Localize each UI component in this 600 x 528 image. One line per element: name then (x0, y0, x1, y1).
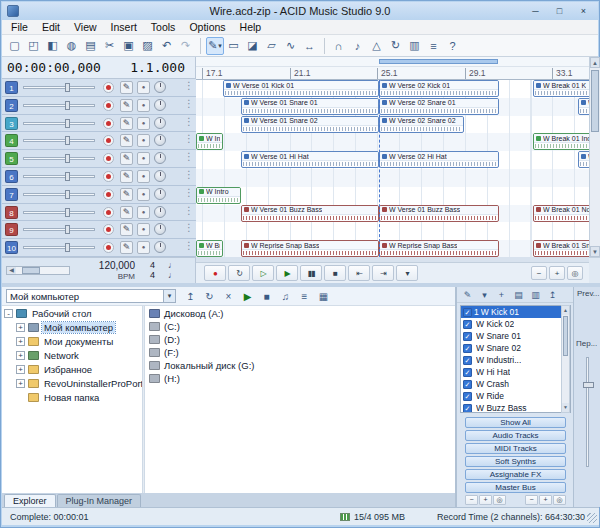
track-fx-button[interactable]: ✎ (120, 170, 133, 183)
timeline-vscrollbar[interactable]: ▲ ▼ (589, 57, 600, 257)
pan-knob[interactable] (154, 152, 166, 164)
menu-item[interactable]: Options (182, 21, 232, 33)
tree-item[interactable]: + RevoUninstallerProPortab... (2, 376, 142, 390)
track-volume-fader[interactable] (23, 139, 95, 142)
tree-expander[interactable]: + (16, 351, 25, 360)
marker-bar[interactable] (196, 57, 589, 67)
file-list-item[interactable]: (C:) (145, 320, 455, 333)
paste-icon[interactable]: ▨ (139, 37, 157, 55)
mixer-window-icon[interactable]: ▥ (406, 37, 424, 55)
go-to-start-button[interactable]: ⇤ (348, 265, 370, 281)
track-volume-fader[interactable] (23, 157, 95, 160)
clip-list-item[interactable]: ✓ W Hi Hat (461, 366, 561, 378)
mute-button[interactable]: ● (137, 99, 150, 112)
draw-tool-icon[interactable]: ✎▾ (206, 37, 224, 55)
clip-checkbox[interactable]: ✓ (463, 332, 472, 341)
copy-icon[interactable]: ▣ (120, 37, 138, 55)
mute-button[interactable]: ● (137, 206, 150, 219)
clip-list-item[interactable]: ✓ W Industri... (461, 354, 561, 366)
tree-item[interactable]: + Network (2, 348, 142, 362)
envelope-tool-icon[interactable]: ∿ (282, 37, 300, 55)
save-project-icon[interactable]: ◧ (44, 37, 62, 55)
selection-tool-icon[interactable]: ▭ (225, 37, 243, 55)
chopper-icon[interactable]: ≡ (425, 37, 443, 55)
track-area-scrollbar[interactable]: ◀ (6, 266, 70, 275)
audio-clip[interactable]: W Verse 01 Buzz Bass (379, 205, 499, 222)
file-list-item[interactable]: (D:) (145, 333, 455, 346)
track-fx-button[interactable]: ✎ (120, 188, 133, 201)
fader-thumb[interactable] (65, 208, 70, 217)
audio-clip[interactable]: W Verse 02 Snare 02 (379, 116, 464, 133)
audio-clip[interactable]: W Verse 01 Snare 01 (241, 98, 379, 115)
bpm-value[interactable]: 120,000 (99, 260, 135, 271)
track-volume-fader[interactable] (23, 175, 95, 178)
track-fx-button[interactable]: ✎ (120, 152, 133, 165)
play-from-start-button[interactable]: ▷ (252, 265, 274, 281)
cut-icon[interactable]: ✂ (101, 37, 119, 55)
publish-icon[interactable]: ◍ (63, 37, 81, 55)
track-grip[interactable]: ⋮ (184, 240, 194, 251)
start-preview-icon[interactable]: ▶ (239, 289, 256, 304)
clip-checkbox[interactable]: ✓ (463, 404, 472, 413)
record-arm-button[interactable] (103, 118, 114, 129)
metronome-icon[interactable]: △ (368, 37, 386, 55)
record-arm-button[interactable] (103, 153, 114, 164)
delete-icon[interactable]: × (220, 289, 237, 304)
pan-knob[interactable] (154, 188, 166, 200)
scroll-left-icon[interactable]: ◀ (7, 267, 16, 274)
clip-list-item[interactable]: ✓ W Snare 01 (461, 330, 561, 342)
erase-tool-icon[interactable]: ▱ (263, 37, 281, 55)
mute-button[interactable]: ● (137, 223, 150, 236)
track-volume-fader[interactable] (23, 193, 95, 196)
pan-knob[interactable] (154, 170, 166, 182)
file-list-item[interactable]: (F:) (145, 346, 455, 359)
quantize-icon[interactable]: ♪ (349, 37, 367, 55)
filter-button[interactable]: Audio Tracks (465, 430, 566, 441)
clip-checkbox[interactable]: ✓ (463, 356, 472, 365)
play-button[interactable]: ▶ (276, 265, 298, 281)
track-volume-fader[interactable] (23, 211, 95, 214)
fader-thumb[interactable] (65, 83, 70, 92)
track-grip[interactable]: ⋮ (184, 116, 194, 127)
audio-clip[interactable]: W Verse 02 Hi Hat (379, 151, 499, 168)
audio-clip[interactable]: W Intro (196, 187, 241, 204)
new-clip-icon[interactable]: + (494, 288, 509, 301)
maximize-button[interactable]: □ (549, 4, 570, 18)
track-grip[interactable]: ⋮ (184, 169, 194, 180)
tree-item[interactable]: + Избранное (2, 362, 142, 376)
clip-checkbox[interactable]: ✓ (463, 368, 472, 377)
track-volume-fader[interactable] (23, 122, 95, 125)
zoom-tool-button[interactable]: ◎ (493, 495, 506, 505)
record-arm-button[interactable] (103, 82, 114, 93)
record-arm-button[interactable] (103, 207, 114, 218)
clip-checkbox[interactable]: ✓ (463, 308, 472, 317)
close-button[interactable]: × (573, 4, 594, 18)
fader-thumb[interactable] (65, 172, 70, 181)
chevron-down-icon[interactable]: ▾ (163, 290, 175, 302)
menu-item[interactable]: File (4, 21, 35, 33)
track-header[interactable]: 7 ✎ ● ⋮ (2, 186, 196, 204)
stop-preview-icon[interactable]: ■ (258, 289, 275, 304)
audio-clip[interactable]: W Verse 02 Snare 01 (379, 98, 499, 115)
track-header[interactable]: 5 ✎ ● ⋮ (2, 150, 196, 168)
filter-button[interactable]: Soft Synths (465, 456, 566, 467)
filter-button[interactable]: Master Bus (465, 482, 566, 493)
track-grip[interactable]: ⋮ (184, 151, 194, 162)
time-selection-tool-icon[interactable]: ↔ (301, 37, 319, 55)
clip-list-item[interactable]: ✓ 1 W Kick 01 (461, 306, 561, 318)
track-header[interactable]: 8 ✎ ● ⋮ (2, 204, 196, 222)
mute-button[interactable]: ● (137, 170, 150, 183)
scrollbar-thumb[interactable] (22, 267, 40, 274)
fader-thumb[interactable] (65, 190, 70, 199)
address-combobox[interactable]: Мой компьютер ▾ (6, 289, 176, 303)
zoom-in-button[interactable]: + (479, 495, 492, 505)
audio-clip[interactable]: W Verse 01 Hi Hat (241, 151, 379, 168)
fader-thumb[interactable] (65, 101, 70, 110)
clip-checkbox[interactable]: ✓ (463, 344, 472, 353)
filter-button[interactable]: Show All (465, 417, 566, 428)
track-volume-fader[interactable] (23, 104, 95, 107)
tree-item[interactable]: + Мой компьютер (2, 320, 142, 334)
zoom-out-button[interactable]: − (525, 495, 538, 505)
audio-clip[interactable]: W In (196, 133, 223, 150)
track-header[interactable]: 9 ✎ ● ⋮ (2, 221, 196, 239)
